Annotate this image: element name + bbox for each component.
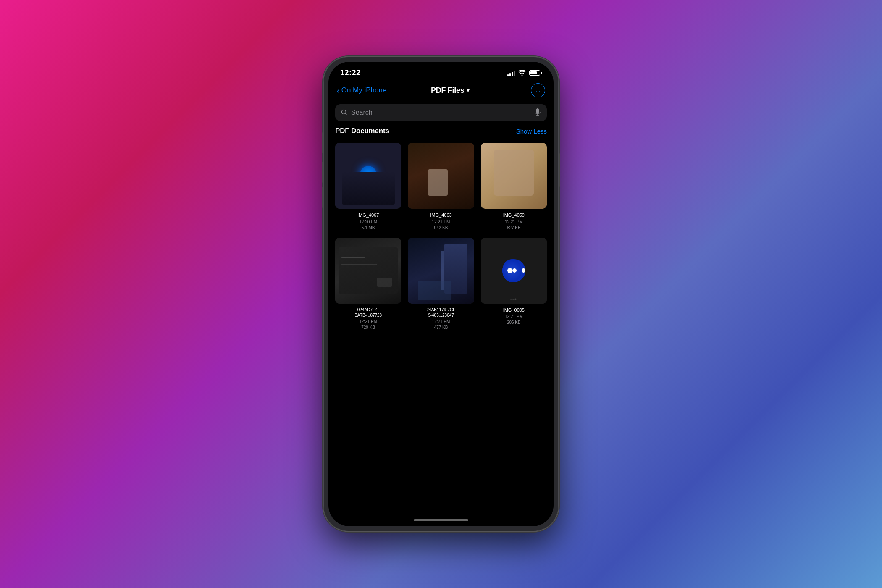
content-area: PDF Documents Show Less IMG_4067 12:20 P…: [328, 127, 554, 514]
thumbnail-image-0005: nearby: [481, 238, 547, 304]
file-size: 827 KB: [507, 225, 521, 231]
thumbnail-image-uuid2: [408, 238, 474, 304]
file-time: 12:21 PM: [359, 319, 377, 325]
nav-title-chevron-icon[interactable]: ▾: [467, 87, 470, 94]
search-bar[interactable]: Search: [335, 104, 547, 121]
file-size: 942 KB: [434, 225, 448, 231]
file-time: 12:21 PM: [505, 314, 523, 320]
search-placeholder: Search: [351, 109, 531, 116]
section-title: PDF Documents: [335, 127, 389, 135]
file-thumbnail: [408, 143, 474, 209]
file-name: 24AB1179-7CF9-485...23047: [427, 307, 456, 318]
file-size: 729 KB: [361, 325, 375, 331]
home-bar: [414, 519, 468, 521]
thumbnail-image-4059: [481, 143, 547, 209]
section-header: PDF Documents Show Less: [335, 127, 547, 135]
wifi-icon: [518, 70, 526, 76]
file-thumbnail: [335, 143, 401, 209]
battery-icon: [529, 70, 542, 76]
svg-line-1: [346, 114, 347, 116]
file-size: 477 KB: [434, 325, 448, 331]
signal-icon: [507, 70, 515, 76]
file-name: IMG_4067: [357, 212, 379, 218]
thumbnail-image-4067: [335, 143, 401, 209]
home-indicator: [328, 514, 554, 526]
phone-frame: 12:22: [323, 57, 559, 531]
file-item[interactable]: IMG_4067 12:20 PM 5.1 MB: [335, 143, 401, 231]
file-size: 5.1 MB: [362, 225, 375, 231]
status-time: 12:22: [340, 68, 361, 77]
file-thumbnail: nearby: [481, 238, 547, 304]
back-chevron-icon: ‹: [337, 86, 340, 94]
file-size: 206 KB: [507, 320, 521, 326]
nav-title: PDF Files: [431, 86, 464, 95]
nav-bar: ‹ On My iPhone PDF Files ▾ ···: [328, 81, 554, 102]
phone-screen: 12:22: [328, 62, 554, 526]
file-item[interactable]: IMG_4063 12:21 PM 942 KB: [408, 143, 474, 231]
file-thumbnail: [335, 238, 401, 304]
dynamic-island: [416, 68, 466, 82]
file-item[interactable]: 024AD7E4-BA7B-...87728 12:21 PM 729 KB: [335, 238, 401, 331]
microphone-icon[interactable]: [534, 108, 541, 117]
file-name: IMG_0005: [503, 307, 525, 313]
nav-title-wrap: PDF Files ▾: [431, 86, 470, 95]
file-time: 12:21 PM: [505, 219, 523, 225]
thumbnail-image-4063: [408, 143, 474, 209]
file-name: 024AD7E4-BA7B-...87728: [354, 307, 382, 318]
file-thumbnail: [408, 238, 474, 304]
svg-rect-2: [536, 108, 539, 113]
file-item[interactable]: nearby IMG_0005 12:21 PM 206 KB: [481, 238, 547, 331]
thumbnail-image-uuid1: [335, 238, 401, 304]
file-item[interactable]: 24AB1179-7CF9-485...23047 12:21 PM 477 K…: [408, 238, 474, 331]
back-label: On My iPhone: [341, 86, 387, 94]
file-name: IMG_4059: [503, 212, 525, 218]
file-time: 12:21 PM: [432, 319, 450, 325]
file-item[interactable]: IMG_4059 12:21 PM 827 KB: [481, 143, 547, 231]
search-icon: [341, 109, 348, 116]
files-grid: IMG_4067 12:20 PM 5.1 MB IMG_4063 12:21 …: [335, 143, 547, 331]
file-thumbnail: [481, 143, 547, 209]
status-icons: [507, 70, 542, 76]
show-less-button[interactable]: Show Less: [516, 128, 547, 135]
file-name: IMG_4063: [430, 212, 452, 218]
file-time: 12:21 PM: [432, 219, 450, 225]
back-button[interactable]: ‹ On My iPhone: [337, 86, 386, 94]
more-options-button[interactable]: ···: [531, 83, 545, 97]
file-time: 12:20 PM: [359, 219, 377, 225]
more-icon: ···: [536, 87, 541, 94]
